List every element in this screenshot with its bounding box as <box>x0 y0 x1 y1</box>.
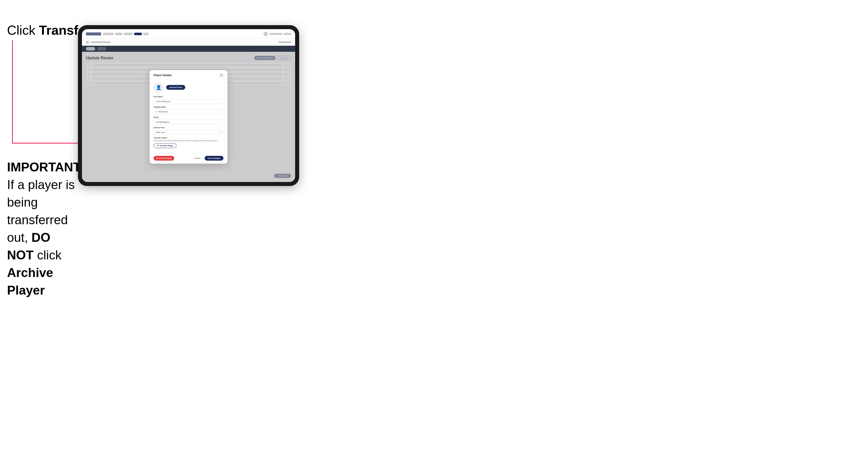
app-header <box>82 29 295 39</box>
school-year-group: School Year Sixth Year <box>154 126 223 135</box>
transfer-player-button[interactable]: ⟳ Transfer Player <box>154 143 177 148</box>
sub-header-breadcrumb <box>91 41 111 43</box>
photo-upload-row: 👤 Upload Photo <box>154 83 223 93</box>
main-content: Update Roster <box>82 52 295 182</box>
user-name <box>270 33 282 35</box>
transfer-icon: ⟳ <box>157 145 159 147</box>
nav-item-teams[interactable] <box>115 33 122 35</box>
bottom-instruction: IMPORTANT: If a player is being transfer… <box>7 158 75 299</box>
tab-inactive-1[interactable] <box>97 47 106 51</box>
sub-header <box>82 39 295 46</box>
full-name-input[interactable] <box>154 99 223 104</box>
transfer-section-label: Transfer Player <box>154 137 223 139</box>
modal-title: Player Details <box>154 74 172 77</box>
modal-footer: ⊘ Archive Player Cancel Save Changes <box>150 154 227 164</box>
nav-item-roster[interactable] <box>134 33 142 35</box>
sub-header-icon <box>86 41 89 44</box>
cancel-button[interactable]: Cancel <box>192 156 203 161</box>
transfer-btn-label: Transfer Player <box>160 145 173 147</box>
tablet-device: Update Roster <box>78 25 299 186</box>
email-group: Email <box>154 116 223 124</box>
school-year-label: School Year <box>154 126 223 129</box>
modal-backdrop: Player Details × 👤 Upload Photo <box>82 52 295 182</box>
transfer-section-description: If this player has moved to another scho… <box>154 139 223 142</box>
email-input[interactable] <box>154 120 223 124</box>
school-year-select[interactable]: Sixth Year <box>154 130 223 135</box>
full-name-label: Full Name <box>154 95 223 98</box>
full-name-group: Full Name <box>154 95 223 104</box>
display-name-input[interactable] <box>154 109 223 114</box>
modal-close-button[interactable]: × <box>219 73 223 77</box>
arrow-vertical <box>12 40 13 143</box>
modal-header: Player Details × <box>150 70 227 80</box>
tab-active[interactable] <box>86 47 95 51</box>
sub-header-action <box>279 41 291 43</box>
email-label: Email <box>154 116 223 118</box>
content-body: Update Roster <box>82 52 295 182</box>
instruction-text-4: click <box>34 248 62 262</box>
header-right <box>264 32 291 36</box>
app-nav <box>103 33 261 35</box>
nav-item-more[interactable] <box>143 33 149 35</box>
tablet-screen: Update Roster <box>82 29 295 182</box>
transfer-player-section: Transfer Player If this player has moved… <box>154 137 223 148</box>
important-label: IMPORTANT <box>7 160 81 174</box>
app-logo <box>86 32 101 35</box>
player-details-modal: Player Details × 👤 Upload Photo <box>150 70 227 164</box>
upload-photo-button[interactable]: Upload Photo <box>166 85 185 90</box>
modal-body: 👤 Upload Photo Full Name <box>150 80 227 154</box>
avatar-icon: 👤 <box>156 85 161 90</box>
archive-btn-label: Archive Player <box>159 157 172 159</box>
instruction-prefix: Click <box>7 23 39 37</box>
nav-item-dashboard[interactable] <box>103 33 114 35</box>
nav-item-seasons[interactable] <box>124 33 133 35</box>
archive-label-instruction: Archive Player <box>7 266 53 297</box>
archive-icon: ⊘ <box>156 157 158 159</box>
header-action <box>284 33 291 35</box>
archive-player-button[interactable]: ⊘ Archive Player <box>154 156 174 161</box>
avatar: 👤 <box>154 83 164 93</box>
display-name-label: Display Name <box>154 106 223 108</box>
tabs-bar <box>82 46 295 52</box>
display-name-group: Display Name <box>154 106 223 114</box>
user-avatar <box>264 32 268 36</box>
save-changes-button[interactable]: Save Changes <box>205 156 223 161</box>
